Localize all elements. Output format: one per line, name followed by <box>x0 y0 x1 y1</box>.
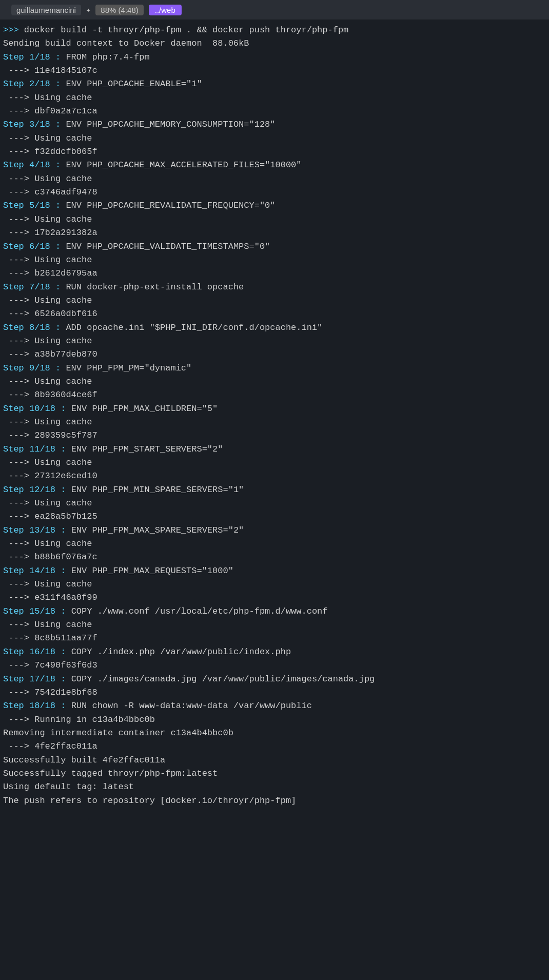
title-bar: guillaumemancini ✦ 88% (4:48) ../web <box>0 0 549 19</box>
terminal-window: guillaumemancini ✦ 88% (4:48) ../web >>>… <box>0 0 549 980</box>
terminal-line: ---> Using cache <box>3 416 546 429</box>
terminal-line: Step 5/18 : ENV PHP_OPCACHE_REVALIDATE_F… <box>3 199 546 212</box>
terminal-line: Step 18/18 : RUN chown -R www-data:www-d… <box>3 699 546 713</box>
terminal-line: Step 7/18 : RUN docker-php-ext-install o… <box>3 281 546 294</box>
terminal-line: ---> ea28a5b7b125 <box>3 510 546 523</box>
terminal-line: Step 15/18 : COPY ./www.conf /usr/local/… <box>3 605 546 618</box>
terminal-line: ---> 4fe2ffac011a <box>3 740 546 753</box>
terminal-line: Step 16/18 : COPY ./index.php /var/www/p… <box>3 645 546 659</box>
terminal-line: ---> Using cache <box>3 578 546 591</box>
terminal-line: Step 8/18 : ADD opcache.ini "$PHP_INI_DI… <box>3 321 546 335</box>
terminal-line: ---> 289359c5f787 <box>3 429 546 442</box>
terminal-line: Successfully built 4fe2ffac011a <box>3 754 546 767</box>
terminal-line: ---> c3746adf9478 <box>3 186 546 199</box>
terminal-line: Using default tag: latest <box>3 780 546 794</box>
terminal-line: ---> dbf0a2a7c1ca <box>3 105 546 118</box>
terminal-line: Step 3/18 : ENV PHP_OPCACHE_MEMORY_CONSU… <box>3 118 546 131</box>
terminal-line: ---> Using cache <box>3 375 546 388</box>
terminal-line: ---> Using cache <box>3 172 546 186</box>
terminal-line: Step 12/18 : ENV PHP_FPM_MIN_SPARE_SERVE… <box>3 483 546 497</box>
terminal-line: Step 9/18 : ENV PHP_FPM_PM="dynamic" <box>3 362 546 375</box>
terminal-line: ---> 8b9360d4ce6f <box>3 388 546 402</box>
terminal-line: Step 1/18 : FROM php:7.4-fpm <box>3 51 546 64</box>
terminal-line: ---> Using cache <box>3 456 546 469</box>
terminal-line: Step 14/18 : ENV PHP_FPM_MAX_REQUESTS="1… <box>3 564 546 578</box>
terminal-line: ---> 6526a0dbf616 <box>3 307 546 321</box>
terminal-line: ---> Using cache <box>3 335 546 348</box>
terminal-line: ---> 11e41845107c <box>3 64 546 77</box>
terminal-line: The push refers to repository [docker.io… <box>3 794 546 808</box>
terminal-line: ---> Running in c13a4b4bbc0b <box>3 713 546 727</box>
terminal-line: ---> 17b2a291382a <box>3 226 546 240</box>
terminal-line: Successfully tagged throyr/php-fpm:lates… <box>3 767 546 780</box>
terminal-line: ---> a38b77deb870 <box>3 348 546 361</box>
user-badge: guillaumemancini <box>11 5 81 15</box>
terminal-line: Removing intermediate container c13a4b4b… <box>3 727 546 740</box>
terminal-line: ---> 27312e6ced10 <box>3 469 546 483</box>
terminal-line: Step 11/18 : ENV PHP_FPM_START_SERVERS="… <box>3 443 546 456</box>
terminal-line: ---> Using cache <box>3 213 546 226</box>
terminal-content: >>> docker build -t throyr/php-fpm . && … <box>0 19 549 812</box>
terminal-line: ---> f32ddcfb065f <box>3 145 546 159</box>
git-icon: ✦ <box>86 6 90 14</box>
terminal-line: Sending build context to Docker daemon 8… <box>3 37 546 50</box>
path-badge: ../web <box>149 5 182 15</box>
terminal-line: >>> docker build -t throyr/php-fpm . && … <box>3 24 546 37</box>
terminal-line: Step 4/18 : ENV PHP_OPCACHE_MAX_ACCELERA… <box>3 159 546 172</box>
terminal-line: ---> Using cache <box>3 294 546 307</box>
terminal-line: ---> Using cache <box>3 618 546 632</box>
terminal-line: Step 10/18 : ENV PHP_FPM_MAX_CHILDREN="5… <box>3 402 546 416</box>
terminal-line: ---> 7c490f63f6d3 <box>3 659 546 672</box>
terminal-line: ---> Using cache <box>3 537 546 551</box>
terminal-line: ---> b88b6f076a7c <box>3 551 546 564</box>
percent-badge: 88% (4:48) <box>95 5 143 15</box>
terminal-line: Step 13/18 : ENV PHP_FPM_MAX_SPARE_SERVE… <box>3 524 546 537</box>
terminal-line: ---> Using cache <box>3 253 546 267</box>
terminal-line: Step 17/18 : COPY ./images/canada.jpg /v… <box>3 673 546 686</box>
terminal-line: ---> Using cache <box>3 132 546 145</box>
terminal-line: ---> b2612d6795aa <box>3 267 546 280</box>
terminal-line: ---> Using cache <box>3 497 546 510</box>
terminal-line: ---> e311f46a0f99 <box>3 591 546 604</box>
terminal-line: ---> Using cache <box>3 91 546 105</box>
terminal-line: Step 2/18 : ENV PHP_OPCACHE_ENABLE="1" <box>3 77 546 91</box>
terminal-line: ---> 8c8b511aa77f <box>3 632 546 645</box>
terminal-line: ---> 7542d1e8bf68 <box>3 686 546 699</box>
terminal-line: Step 6/18 : ENV PHP_OPCACHE_VALIDATE_TIM… <box>3 240 546 253</box>
